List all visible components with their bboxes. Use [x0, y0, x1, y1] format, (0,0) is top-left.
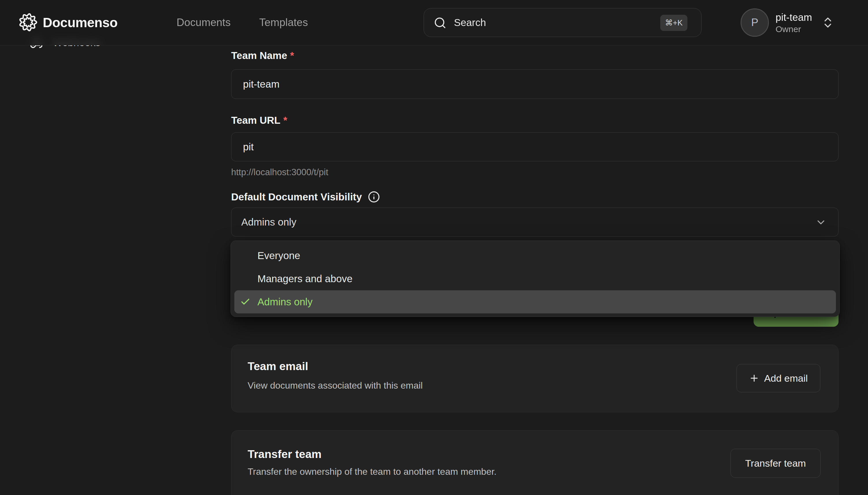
avatar[interactable]: P — [741, 8, 769, 37]
search-icon — [434, 16, 446, 29]
team-name-label: Team Name* — [231, 50, 294, 61]
brand-title[interactable]: Documenso — [43, 0, 118, 45]
search-placeholder: Search — [454, 8, 486, 37]
visibility-dropdown: Everyone Managers and above Admins only — [231, 241, 840, 317]
required-marker: * — [290, 50, 294, 61]
search-shortcut-badge: ⌘+K — [660, 15, 687, 31]
chevron-down-icon — [815, 217, 827, 228]
documenso-team-settings-screen: Webhooks Team Name* Team URL* http://loc… — [0, 0, 868, 495]
info-icon[interactable] — [368, 191, 380, 203]
team-url-label: Team URL* — [231, 115, 287, 126]
plus-icon — [749, 373, 759, 383]
team-email-description: View documents associated with this emai… — [248, 380, 423, 391]
team-email-card: Team email View documents associated wit… — [231, 345, 838, 412]
transfer-team-button[interactable]: Transfer team — [730, 449, 821, 478]
team-url-input[interactable] — [231, 133, 838, 161]
chevrons-up-down-icon[interactable] — [821, 15, 834, 31]
team-name-input[interactable] — [231, 69, 838, 99]
account-team-name[interactable]: pit-team — [776, 11, 812, 24]
visibility-option-everyone[interactable]: Everyone — [231, 244, 839, 267]
visibility-option-managers[interactable]: Managers and above — [231, 267, 839, 290]
nav-documents[interactable]: Documents — [177, 0, 231, 45]
transfer-team-title: Transfer team — [248, 448, 322, 461]
team-url-preview: http://localhost:3000/t/pit — [231, 167, 328, 177]
visibility-label: Default Document Visibility — [231, 191, 362, 203]
check-icon — [240, 297, 250, 307]
visibility-option-admins-selected[interactable]: Admins only — [234, 290, 836, 313]
add-email-button[interactable]: Add email — [737, 364, 820, 392]
visibility-select[interactable]: Admins only — [231, 208, 838, 237]
search-input[interactable]: Search ⌘+K — [424, 8, 702, 37]
app-header: Documenso Documents Templates Search ⌘+K… — [0, 0, 868, 46]
team-email-title: Team email — [248, 360, 308, 373]
documenso-logo-icon[interactable] — [18, 13, 38, 32]
visibility-label-row: Default Document Visibility — [231, 191, 380, 203]
required-marker: * — [283, 115, 287, 126]
transfer-team-card: Transfer team Transfer the ownership of … — [231, 430, 838, 495]
visibility-selected-value: Admins only — [241, 208, 297, 237]
nav-templates[interactable]: Templates — [259, 0, 308, 45]
transfer-team-description: Transfer the ownership of the team to an… — [248, 466, 496, 477]
account-role: Owner — [776, 24, 801, 35]
